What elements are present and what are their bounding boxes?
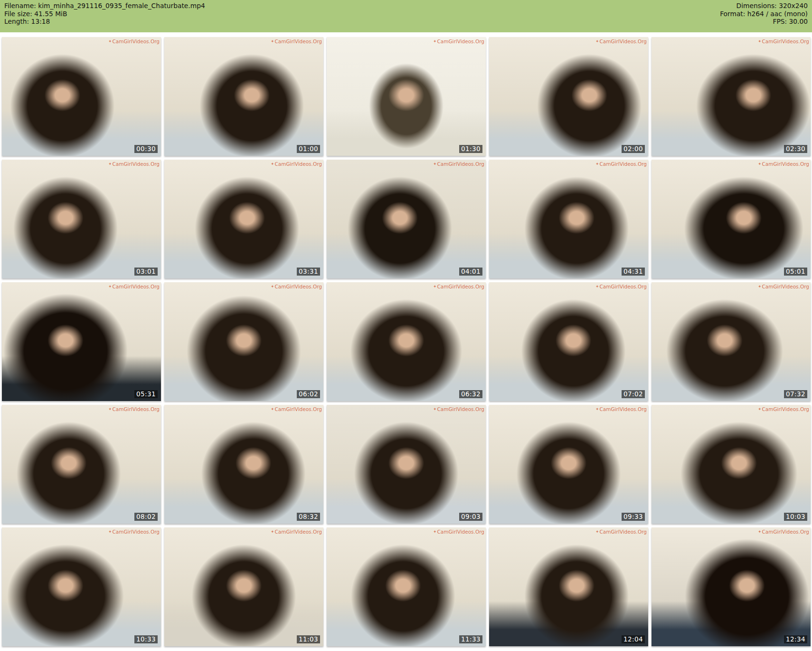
watermark: ✦ CamGirlVideos.Org xyxy=(758,529,809,535)
watermark: ✦ CamGirlVideos.Org xyxy=(758,406,809,412)
watermark: ✦ CamGirlVideos.Org xyxy=(595,284,647,289)
timestamp-badge: 01:00 xyxy=(297,145,320,153)
watermark-text: CamGirlVideos.Org xyxy=(112,38,160,44)
watermark-logo-icon: ✦ xyxy=(108,529,112,535)
timestamp-badge: 07:02 xyxy=(622,390,645,398)
thumbnail-image xyxy=(489,282,648,401)
thumbnail: ✦ CamGirlVideos.Org 08:02 xyxy=(2,405,161,524)
watermark-text: CamGirlVideos.Org xyxy=(599,529,647,535)
watermark-text: CamGirlVideos.Org xyxy=(762,529,809,535)
watermark-logo-icon: ✦ xyxy=(271,38,274,44)
file-info-block: Filename: kim_minha_291116_0935_female_C… xyxy=(4,2,205,32)
watermark-text: CamGirlVideos.Org xyxy=(112,406,160,412)
thumbnail: ✦ CamGirlVideos.Org 09:03 xyxy=(327,405,486,524)
thumbnail-image xyxy=(164,160,323,278)
timestamp-badge: 09:03 xyxy=(459,513,482,521)
watermark: ✦ CamGirlVideos.Org xyxy=(433,529,484,535)
watermark-logo-icon: ✦ xyxy=(271,406,274,412)
watermark-text: CamGirlVideos.Org xyxy=(274,529,322,535)
thumbnail: ✦ CamGirlVideos.Org 11:33 xyxy=(327,527,486,646)
watermark: ✦ CamGirlVideos.Org xyxy=(108,38,160,44)
thumbnail-image xyxy=(2,282,161,401)
length-line: Length: 13:18 xyxy=(4,18,205,26)
timestamp-badge: 10:03 xyxy=(784,513,807,521)
thumbnail-image xyxy=(164,527,323,646)
watermark: ✦ CamGirlVideos.Org xyxy=(271,406,322,412)
thumbnail-image xyxy=(489,160,648,278)
thumbnail-image xyxy=(327,405,486,524)
watermark-logo-icon: ✦ xyxy=(108,406,112,412)
thumbnail: ✦ CamGirlVideos.Org 12:34 xyxy=(651,527,811,646)
watermark: ✦ CamGirlVideos.Org xyxy=(433,38,484,44)
watermark-text: CamGirlVideos.Org xyxy=(762,161,809,167)
timestamp-badge: 00:30 xyxy=(134,145,158,153)
thumbnail: ✦ CamGirlVideos.Org 01:00 xyxy=(164,37,323,156)
watermark: ✦ CamGirlVideos.Org xyxy=(271,161,322,167)
timestamp-badge: 12:04 xyxy=(622,635,645,643)
watermark: ✦ CamGirlVideos.Org xyxy=(595,161,647,167)
watermark: ✦ CamGirlVideos.Org xyxy=(595,38,647,44)
watermark-text: CamGirlVideos.Org xyxy=(599,38,647,44)
timestamp-badge: 08:02 xyxy=(134,513,158,521)
watermark-logo-icon: ✦ xyxy=(758,161,762,167)
format-line: Format: h264 / aac (mono) xyxy=(720,10,808,18)
watermark-logo-icon: ✦ xyxy=(433,529,437,535)
watermark: ✦ CamGirlVideos.Org xyxy=(595,406,647,412)
thumbnail-image xyxy=(489,405,648,524)
thumbnail-image xyxy=(164,37,323,156)
thumbnail-image xyxy=(327,282,486,401)
thumbnail: ✦ CamGirlVideos.Org 03:01 xyxy=(2,160,161,278)
timestamp-badge: 01:30 xyxy=(459,145,482,153)
watermark-logo-icon: ✦ xyxy=(758,284,762,289)
thumbnail: ✦ CamGirlVideos.Org 01:30 xyxy=(327,37,486,156)
thumbnail: ✦ CamGirlVideos.Org 07:02 xyxy=(489,282,648,401)
watermark-logo-icon: ✦ xyxy=(108,284,112,289)
watermark-text: CamGirlVideos.Org xyxy=(437,38,484,44)
thumbnail-image xyxy=(2,160,161,278)
timestamp-badge: 12:34 xyxy=(784,635,807,643)
thumbnail-image xyxy=(651,282,811,401)
watermark-text: CamGirlVideos.Org xyxy=(274,284,322,289)
watermark-logo-icon: ✦ xyxy=(433,38,437,44)
info-header: Filename: kim_minha_291116_0935_female_C… xyxy=(0,0,812,32)
watermark-text: CamGirlVideos.Org xyxy=(762,38,809,44)
thumbnail-image xyxy=(327,527,486,646)
watermark: ✦ CamGirlVideos.Org xyxy=(108,284,160,289)
watermark: ✦ CamGirlVideos.Org xyxy=(433,284,484,289)
thumbnail-grid: ✦ CamGirlVideos.Org 00:30 ✦ CamGirlVideo… xyxy=(0,32,812,646)
fps-line: FPS: 30.00 xyxy=(720,18,808,26)
timestamp-badge: 06:02 xyxy=(297,390,320,398)
thumbnail-image xyxy=(2,37,161,156)
timestamp-badge: 02:00 xyxy=(622,145,645,153)
thumbnail-image xyxy=(489,527,648,646)
thumbnail-image xyxy=(164,405,323,524)
watermark: ✦ CamGirlVideos.Org xyxy=(108,406,160,412)
thumbnail-image xyxy=(327,160,486,278)
watermark: ✦ CamGirlVideos.Org xyxy=(271,38,322,44)
watermark-logo-icon: ✦ xyxy=(595,161,599,167)
watermark-logo-icon: ✦ xyxy=(758,38,762,44)
thumbnail: ✦ CamGirlVideos.Org 04:01 xyxy=(327,160,486,278)
timestamp-badge: 06:32 xyxy=(459,390,482,398)
thumbnail-image xyxy=(2,405,161,524)
watermark-text: CamGirlVideos.Org xyxy=(274,406,322,412)
thumbnail: ✦ CamGirlVideos.Org 10:33 xyxy=(2,527,161,646)
watermark-logo-icon: ✦ xyxy=(271,284,274,289)
watermark-text: CamGirlVideos.Org xyxy=(112,529,160,535)
thumbnail: ✦ CamGirlVideos.Org 08:32 xyxy=(164,405,323,524)
thumbnail-image xyxy=(489,37,648,156)
timestamp-badge: 03:31 xyxy=(297,268,320,276)
timestamp-badge: 11:33 xyxy=(459,635,482,643)
thumbnail: ✦ CamGirlVideos.Org 09:33 xyxy=(489,405,648,524)
watermark-logo-icon: ✦ xyxy=(758,406,762,412)
thumbnail-image xyxy=(327,37,486,156)
watermark-logo-icon: ✦ xyxy=(595,38,599,44)
thumbnail-image xyxy=(651,160,811,278)
watermark: ✦ CamGirlVideos.Org xyxy=(433,161,484,167)
thumbnail: ✦ CamGirlVideos.Org 05:31 xyxy=(2,282,161,401)
thumbnail: ✦ CamGirlVideos.Org 10:03 xyxy=(651,405,811,524)
watermark-text: CamGirlVideos.Org xyxy=(274,38,322,44)
thumbnail: ✦ CamGirlVideos.Org 03:31 xyxy=(164,160,323,278)
thumbnail: ✦ CamGirlVideos.Org 04:31 xyxy=(489,160,648,278)
timestamp-badge: 10:33 xyxy=(134,635,158,643)
